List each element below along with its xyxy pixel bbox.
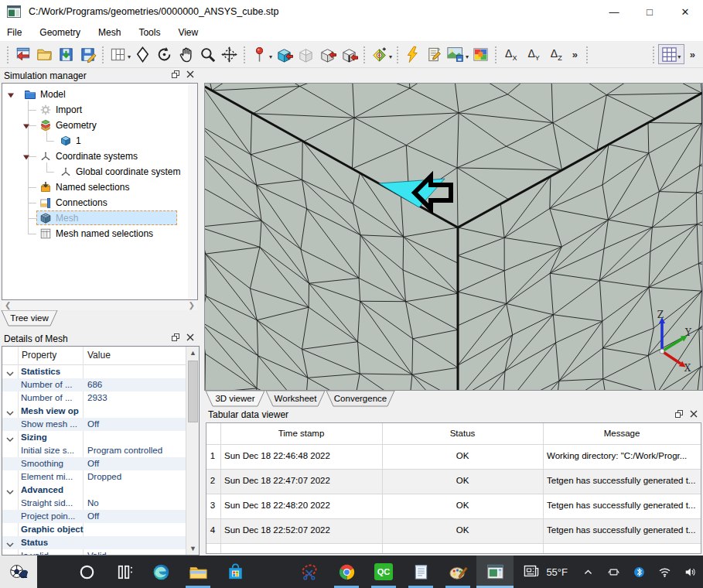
section-collapse-icon[interactable] <box>6 408 14 419</box>
layout-panes-dropdown-icon[interactable]: ▾ <box>128 53 131 60</box>
select-body-icon[interactable] <box>274 44 294 64</box>
scroll-left-icon[interactable]: ❮ <box>5 302 11 309</box>
taskbar-mail[interactable] <box>254 556 291 588</box>
snapshot-icon[interactable] <box>445 44 466 64</box>
tree-item-mesh-named-selections[interactable]: Mesh named selections <box>2 226 197 241</box>
float-panel-icon[interactable] <box>674 409 684 421</box>
details-row-project-poin[interactable]: Project poin...Off <box>2 510 186 523</box>
tree-item-named-selections[interactable]: Named selections <box>2 179 197 195</box>
scroll-thumb[interactable] <box>188 361 198 422</box>
taskbar-chrome[interactable] <box>328 556 365 588</box>
details-row-initial-size-s[interactable]: Initial size s...Program controlled <box>2 444 186 457</box>
zoom-magnifier-icon[interactable] <box>197 44 217 64</box>
details-value[interactable]: Off <box>87 459 184 468</box>
tray-wifi-icon[interactable] <box>656 563 674 581</box>
menu-view[interactable]: View <box>178 27 198 38</box>
taskbar-task-view[interactable] <box>105 556 142 588</box>
details-row-advanced[interactable]: Advanced <box>2 484 186 497</box>
tray-bluetooth-icon[interactable] <box>630 563 648 581</box>
taskbar-notepad[interactable] <box>402 556 439 588</box>
tree-item-1[interactable]: 1 <box>2 133 197 149</box>
float-panel-icon[interactable] <box>171 333 180 344</box>
details-row-graphic-object[interactable]: Graphic object <box>2 523 186 536</box>
generate-bolt-icon[interactable] <box>402 44 422 64</box>
rotate-view-icon[interactable] <box>154 44 174 64</box>
snapshot-dropdown-icon[interactable]: ▾ <box>466 53 469 60</box>
taskbar-file-explorer[interactable] <box>179 556 217 588</box>
vertex-pin-icon[interactable] <box>249 44 269 64</box>
details-row-number-of[interactable]: Number of ...2933 <box>2 391 186 405</box>
open-folder-icon[interactable] <box>34 44 54 64</box>
scroll-up-icon[interactable]: ▲ <box>186 347 200 359</box>
close-button[interactable]: ✕ <box>667 0 703 23</box>
scroll-down-icon[interactable]: ▼ <box>186 542 200 555</box>
close-panel-icon[interactable] <box>186 333 195 344</box>
tree-item-model[interactable]: Model <box>2 87 197 102</box>
tray-cast-icon[interactable] <box>605 563 623 581</box>
layout-panes-icon[interactable] <box>107 44 128 64</box>
toolbar-overflow-icon[interactable]: » <box>572 49 578 60</box>
close-panel-icon[interactable] <box>689 409 698 421</box>
taskbar-mesh-app[interactable] <box>476 556 514 588</box>
toolbar-overflow-icon[interactable]: » <box>690 49 695 60</box>
float-panel-icon[interactable] <box>171 70 180 81</box>
tray-chevron-up-icon[interactable] <box>579 563 597 581</box>
tree-horizontal-scrollbar[interactable]: ❮ ❯ <box>2 300 197 310</box>
details-row-show-mesh[interactable]: Show mesh ...Off <box>2 418 186 431</box>
details-row-status[interactable]: Status <box>2 536 186 549</box>
script-log-icon[interactable] <box>424 44 444 64</box>
details-row-is-valid[interactable]: Is validValid <box>2 549 186 556</box>
minimize-button[interactable]: — <box>596 0 632 23</box>
weather-widget[interactable]: 55°F <box>514 562 575 583</box>
expander-down-icon[interactable] <box>7 91 15 98</box>
tab-tree-view[interactable]: Tree view <box>2 310 57 326</box>
menu-geometry[interactable]: Geometry <box>39 27 80 38</box>
details-row-smoothing[interactable]: SmoothingOff <box>2 457 186 470</box>
tree-item-import[interactable]: Import <box>2 102 197 118</box>
details-value[interactable]: 2933 <box>87 393 184 402</box>
menu-mesh[interactable]: Mesh <box>98 27 121 38</box>
taskbar-edge[interactable] <box>142 556 179 588</box>
section-collapse-icon[interactable] <box>6 368 14 379</box>
taskbar-search-circle[interactable] <box>68 556 105 588</box>
taskbar-qc-app[interactable]: QC <box>365 556 402 588</box>
coordinate-compass-icon[interactable] <box>369 44 389 64</box>
section-collapse-icon[interactable] <box>6 539 14 550</box>
details-row-number-of[interactable]: Number of ...686 <box>2 378 186 391</box>
taskbar-soccer-app[interactable] <box>0 556 37 588</box>
pan-hand-icon[interactable] <box>176 44 196 64</box>
tree-item-mesh[interactable]: Mesh <box>2 210 197 226</box>
details-value[interactable]: No <box>87 498 184 508</box>
details-row-mesh-view-op[interactable]: Mesh view op <box>2 405 186 418</box>
tabular-col-status[interactable]: Status <box>382 429 543 438</box>
details-scrollbar[interactable]: ▲▼ <box>186 347 199 555</box>
tabular-col-time-stamp[interactable]: Time stamp <box>220 429 382 438</box>
tab-worksheet[interactable]: Worksheet <box>266 391 325 406</box>
3d-viewport[interactable]: ZYX <box>204 83 703 391</box>
delta-z-button[interactable]: ΔZ <box>551 47 562 62</box>
menu-tools[interactable]: Tools <box>138 27 160 38</box>
pick-pointer-icon[interactable] <box>132 44 152 64</box>
details-row-element-mi[interactable]: Element mi...Dropped <box>2 470 186 484</box>
delta-x-button[interactable]: ΔX <box>505 47 517 62</box>
tree-item-global-coordinate-system[interactable]: Global coordinate system <box>2 164 197 179</box>
select-face-icon[interactable] <box>317 44 337 64</box>
save-icon[interactable] <box>56 44 76 64</box>
coordinate-compass-dropdown-icon[interactable]: ▾ <box>389 53 392 60</box>
section-collapse-icon[interactable] <box>6 487 14 497</box>
menu-file[interactable]: File <box>7 27 22 38</box>
select-edge-icon[interactable] <box>339 44 359 64</box>
tabular-col-message[interactable]: Message <box>543 429 701 438</box>
save-as-icon[interactable] <box>77 44 97 64</box>
taskbar-paint[interactable] <box>439 556 476 588</box>
details-value[interactable]: 686 <box>87 380 184 389</box>
tree-item-geometry[interactable]: Geometry <box>2 118 197 133</box>
grid-table-icon[interactable]: ▾ <box>658 44 684 64</box>
close-panel-icon[interactable] <box>186 70 195 81</box>
hide-body-icon[interactable] <box>295 44 316 64</box>
details-row-statistics[interactable]: Statistics <box>2 365 186 378</box>
vertex-pin-dropdown-icon[interactable]: ▾ <box>269 53 272 60</box>
tray-volume-icon[interactable] <box>681 563 699 581</box>
maximize-button[interactable]: □ <box>632 0 667 23</box>
taskbar-snipping-tool[interactable] <box>291 556 328 588</box>
